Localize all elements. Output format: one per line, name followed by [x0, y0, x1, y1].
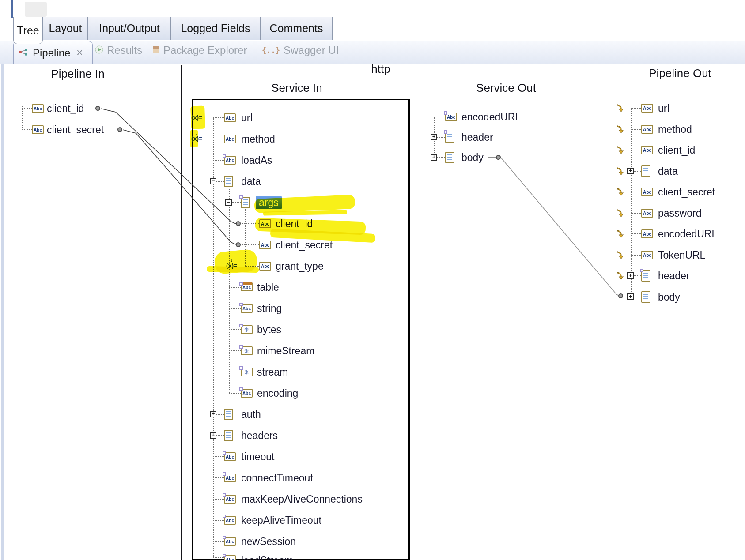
map-arrow-icon: [616, 104, 624, 114]
results-icon: [95, 45, 103, 56]
string-icon: Abc: [241, 389, 253, 398]
expand-toggle-headers[interactable]: +: [210, 432, 216, 439]
tree-connector: [631, 129, 641, 130]
field-decorator: [239, 195, 243, 199]
tree-connector: [216, 181, 224, 182]
tree-item-table[interactable]: table: [257, 281, 279, 293]
string-icon: Abc: [32, 125, 44, 134]
tree-connector: [232, 202, 241, 203]
map-arrow-icon: [616, 251, 624, 261]
tree-item-body-out[interactable]: body: [658, 291, 680, 303]
string-icon: Abc: [641, 104, 653, 113]
pipeline-in-title: Pipeline In: [51, 67, 104, 81]
tree-connector: [631, 192, 641, 192]
tree-item-headers[interactable]: headers: [241, 429, 278, 442]
map-endpoint[interactable]: [236, 242, 241, 247]
tree-item-client-secret[interactable]: client_secret: [276, 239, 333, 251]
package-explorer-icon: [152, 46, 160, 55]
tree-connector: [242, 223, 259, 224]
tree-item-data[interactable]: data: [241, 175, 261, 188]
tree-item-client-id[interactable]: client_id: [276, 218, 313, 230]
tree-item-method[interactable]: method: [241, 133, 275, 145]
tree-connector: [631, 233, 641, 234]
tree-connector: [631, 150, 641, 150]
field-decorator: [239, 345, 243, 349]
map-endpoint[interactable]: [236, 221, 241, 226]
tree-item-encodedurl[interactable]: encodedURL: [461, 111, 521, 123]
view-tab-results[interactable]: Results: [95, 44, 142, 56]
expand-toggle-body[interactable]: +: [431, 154, 437, 161]
field-decorator: [223, 154, 226, 158]
map-endpoint[interactable]: [95, 106, 100, 111]
tree-item-client-secret-out[interactable]: client_secret: [658, 186, 715, 198]
tree-item-data-out[interactable]: data: [658, 165, 678, 177]
tree-item-password-out[interactable]: password: [658, 207, 701, 219]
tree-item-url-out[interactable]: url: [658, 102, 669, 114]
expand-toggle-data-out[interactable]: +: [627, 168, 634, 174]
pipeline-icon: [18, 48, 29, 58]
tree-item-newsession[interactable]: newSession: [241, 535, 296, 548]
field-decorator: [223, 515, 226, 518]
tree-item-auth[interactable]: auth: [241, 408, 261, 421]
tree-item-grant-type[interactable]: grant_type: [276, 260, 324, 272]
tree-item-header-out[interactable]: header: [658, 270, 690, 282]
string-icon: Abc: [224, 495, 236, 504]
expand-toggle-header[interactable]: +: [431, 134, 437, 140]
string-icon: Abc: [241, 304, 253, 313]
view-tab-pipeline[interactable]: Pipeline ✕: [13, 41, 93, 64]
tree-connector: [213, 139, 224, 139]
tree-connector: [245, 206, 246, 266]
expand-toggle-header-out[interactable]: +: [627, 272, 634, 279]
tab-comments[interactable]: Comments: [260, 17, 333, 40]
pipeline-out-title: Pipeline Out: [649, 67, 711, 80]
map-endpoint[interactable]: [618, 293, 623, 298]
tree-connector: [216, 435, 224, 436]
map-endpoint[interactable]: [496, 155, 501, 160]
map-arrow-icon: [616, 125, 624, 135]
collapse-toggle-data[interactable]: −: [210, 178, 216, 184]
tab-layout[interactable]: Layout: [43, 17, 88, 40]
tree-item-timeout[interactable]: timeout: [241, 451, 274, 463]
tree-item-client-id-out[interactable]: client_id: [658, 144, 695, 156]
expand-toggle-auth[interactable]: +: [210, 411, 216, 417]
tree-item-client-id[interactable]: client_id: [47, 102, 84, 115]
expand-toggle-body-out[interactable]: +: [627, 293, 634, 300]
map-endpoint[interactable]: [117, 127, 122, 132]
view-tab-swagger-label: Swagger UI: [284, 44, 339, 56]
tree-item-clipped[interactable]: loadStream: [241, 554, 293, 560]
tree-item-args-selected[interactable]: args: [256, 196, 282, 209]
tree-item-encoding[interactable]: encoding: [257, 387, 298, 399]
tree-item-mimestream[interactable]: mimeStream: [257, 345, 314, 357]
tree-item-encodedurl-out[interactable]: encodedURL: [658, 228, 717, 240]
tab-input-output[interactable]: Input/Output: [88, 17, 171, 40]
tree-connector: [634, 171, 641, 172]
view-tab-package-explorer[interactable]: Package Explorer: [152, 44, 247, 56]
tree-item-bytes[interactable]: bytes: [257, 323, 281, 336]
tab-tree[interactable]: Tree: [13, 17, 43, 44]
view-tab-swagger[interactable]: {..} Swagger UI: [262, 44, 339, 56]
tree-item-stream[interactable]: stream: [257, 366, 288, 378]
tree-item-header[interactable]: header: [461, 131, 493, 143]
close-icon[interactable]: ✕: [76, 48, 83, 58]
tree-item-maxkeepaliveconnections[interactable]: maxKeepAliveConnections: [241, 493, 363, 505]
collapse-toggle-args[interactable]: −: [225, 199, 232, 206]
swagger-icon: {..}: [262, 46, 280, 55]
set-value-icon: ↓(x)=: [191, 114, 202, 121]
tree-item-string[interactable]: string: [257, 302, 282, 315]
tree-item-client-secret[interactable]: client_secret: [47, 124, 104, 136]
tree-item-url[interactable]: url: [241, 112, 253, 124]
service-box: [192, 99, 410, 560]
tree-item-loadas[interactable]: loadAs: [241, 154, 272, 166]
string-icon: Abc: [259, 219, 271, 228]
tab-logged-fields[interactable]: Logged Fields: [171, 17, 260, 40]
string-icon: Abc: [641, 125, 653, 134]
tree-item-tokenurl-out[interactable]: TokenURL: [658, 249, 705, 261]
tree-item-keepalivetimeout[interactable]: keepAliveTimeout: [241, 514, 321, 526]
tree-item-body[interactable]: body: [461, 151, 484, 164]
tree-item-method-out[interactable]: method: [658, 123, 692, 135]
document-icon: [241, 197, 250, 208]
service-in-title: Service In: [271, 81, 322, 95]
tree-item-connecttimeout[interactable]: connectTimeout: [241, 472, 313, 484]
map-line-body: [501, 158, 619, 296]
map-arrow-icon: [616, 167, 624, 177]
